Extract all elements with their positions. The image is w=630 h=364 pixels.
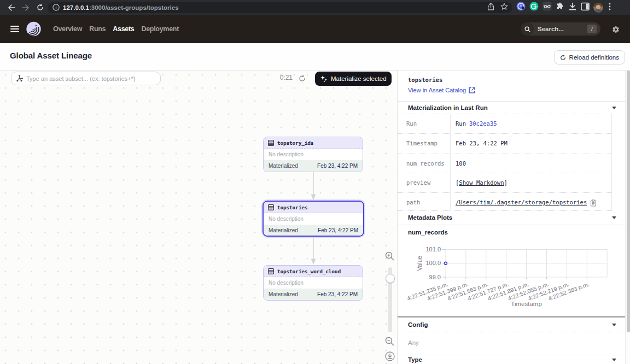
asset-node-name: topstories_word_cloud <box>277 268 341 274</box>
forward-icon[interactable] <box>19 1 33 14</box>
sidepanel-icon[interactable] <box>581 2 590 13</box>
asset-node-timestamp: Feb 23, 4:22 PM <box>318 227 358 233</box>
asset-filter-placeholder: Type an asset subset... (ex: topstories+… <box>26 75 136 82</box>
sidebar-scrollbar-thumb[interactable] <box>627 71 630 332</box>
browser-toolbar: 127.0.0.1:3000/asset-groups/topstories <box>0 0 630 15</box>
nav-tab-runs[interactable]: Runs <box>89 25 106 33</box>
extension-grammarly-icon[interactable] <box>529 2 539 13</box>
metadata-row-preview: preview [Show Markdown] <box>398 173 612 193</box>
run-id-link[interactable]: 30c2ea35 <box>469 120 497 127</box>
nav-tab-assets[interactable]: Assets <box>113 25 134 33</box>
asset-node-topstories[interactable]: topstories No description Materialized F… <box>262 201 364 237</box>
search-placeholder: Search... <box>538 26 587 32</box>
edge-topstory_ids-topstories <box>310 172 317 201</box>
browser-menu-icon[interactable] <box>609 3 611 13</box>
asset-filter-input[interactable]: Type an asset subset... (ex: topstories+… <box>11 72 161 85</box>
view-in-asset-catalog-link[interactable]: View in Asset Catalog <box>408 87 475 93</box>
page-title: Global Asset Lineage <box>10 51 92 60</box>
asset-node-header: topstories_word_cloud <box>264 266 363 277</box>
section-materialization[interactable]: Materialization in Last Run <box>398 102 625 114</box>
reload-icon[interactable] <box>33 1 47 14</box>
asset-node-status: Materialized <box>269 163 298 169</box>
search-shortcut-key: / <box>587 25 597 33</box>
zoom-slider-handle[interactable] <box>386 274 395 283</box>
external-link-icon <box>469 87 475 93</box>
asset-node-status: Materialized <box>269 227 298 233</box>
svg-text:99.0: 99.0 <box>429 274 441 280</box>
url-bar[interactable]: 127.0.0.1:3000/asset-groups/topstories <box>48 2 512 13</box>
refresh-countdown-icon[interactable] <box>299 74 306 84</box>
nav-tab-deployment[interactable]: Deployment <box>141 25 179 33</box>
chevron-down-icon <box>612 107 616 109</box>
asset-node-header: topstory_ids <box>264 137 363 149</box>
table-icon <box>268 268 274 274</box>
edge-topstories-topstories_word_cloud <box>310 237 317 265</box>
extensions-puzzle-icon[interactable] <box>556 2 564 13</box>
chevron-down-icon <box>612 216 616 219</box>
zoom-in-icon[interactable] <box>385 251 394 263</box>
asset-node-description: No description <box>264 277 363 289</box>
asset-node-description: No description <box>264 213 363 225</box>
refresh-icon <box>560 55 566 61</box>
reload-definitions-button[interactable]: Reload definitions <box>554 50 625 64</box>
asset-node-name: topstories <box>277 204 307 210</box>
materialize-selected-button[interactable]: Materialize selected <box>315 72 392 86</box>
asset-node-description: No description <box>264 149 363 160</box>
menu-hamburger-icon[interactable] <box>10 26 19 32</box>
nav-tab-overview[interactable]: Overview <box>53 25 82 33</box>
table-icon <box>268 204 274 210</box>
divider <box>398 332 625 332</box>
asset-node-topstories_word_cloud[interactable]: topstories_word_cloud No description Mat… <box>263 265 363 301</box>
show-markdown-link[interactable]: Show Markdown <box>459 179 504 186</box>
divider <box>398 225 625 225</box>
section-metadata-plots[interactable]: Metadata Plots <box>398 210 625 225</box>
search-icon <box>521 22 534 36</box>
copy-path-icon[interactable] <box>590 199 597 207</box>
asset-node-topstory_ids[interactable]: topstory_ids No description Materialized… <box>263 137 363 172</box>
asset-node-name: topstory_ids <box>277 140 313 146</box>
asset-node-status: Materialized <box>269 291 298 297</box>
back-icon[interactable] <box>4 1 19 14</box>
svg-text:101.0: 101.0 <box>425 246 441 253</box>
section-config[interactable]: Config <box>398 318 625 332</box>
svg-text:100.0: 100.0 <box>425 260 441 266</box>
page-header: Global Asset Lineage Reload definitions <box>0 43 630 71</box>
table-icon <box>268 140 274 146</box>
asset-node-footer: Materialized Feb 23, 4:22 PM <box>264 160 363 172</box>
metadata-plot: 101.0100.099.04:22:51.235 p.m.4:22:51.39… <box>398 234 625 315</box>
config-value: Any <box>408 339 419 346</box>
bookmark-star-icon[interactable] <box>500 3 508 13</box>
recenter-icon[interactable] <box>385 351 395 363</box>
zoom-out-icon[interactable] <box>385 337 394 348</box>
dagster-logo[interactable] <box>25 21 42 40</box>
metadata-table: Run Run 30c2ea35 Timestamp Feb 23, 4:22 … <box>398 114 612 211</box>
downloads-icon[interactable] <box>568 2 577 13</box>
asset-title: topstories <box>408 77 442 83</box>
metadata-row-run: Run Run 30c2ea35 <box>398 114 612 134</box>
search-input[interactable]: Search... / <box>521 22 600 36</box>
sidebar-scrollbar[interactable] <box>625 71 630 364</box>
main-content: Type an asset subset... (ex: topstories+… <box>0 71 630 364</box>
settings-gear-icon[interactable] <box>612 26 620 36</box>
info-icon[interactable] <box>49 1 63 14</box>
metadata-row-num_records: num_records 100 <box>398 154 612 173</box>
chevron-down-icon <box>612 324 616 326</box>
chevron-down-icon <box>612 359 616 361</box>
asset-node-timestamp: Feb 23, 4:22 PM <box>317 291 358 297</box>
section-type[interactable]: Type <box>398 355 625 364</box>
materialize-sparkle-icon <box>320 75 328 83</box>
graph-icon <box>16 75 23 82</box>
svg-text:Timestamp: Timestamp <box>511 301 541 307</box>
path-link[interactable]: /Users/tim/.dagster/storage/topstories <box>456 199 587 206</box>
asset-node-header: topstories <box>264 202 363 213</box>
asset-node-footer: Materialized Feb 23, 4:22 PM <box>264 289 363 301</box>
share-icon[interactable] <box>487 3 494 13</box>
asset-node-footer: Materialized Feb 23, 4:22 PM <box>264 225 363 237</box>
avatar[interactable] <box>593 3 603 13</box>
asset-graph-panel: Type an asset subset... (ex: topstories+… <box>0 71 398 364</box>
extension-glasses-icon[interactable] <box>542 2 552 13</box>
asset-node-timestamp: Feb 23, 4:22 PM <box>317 163 358 169</box>
svg-text:Value: Value <box>416 256 423 271</box>
extension-1password-icon[interactable] <box>516 2 526 13</box>
metadata-row-path: path /Users/tim/.dagster/storage/topstor… <box>398 193 612 211</box>
